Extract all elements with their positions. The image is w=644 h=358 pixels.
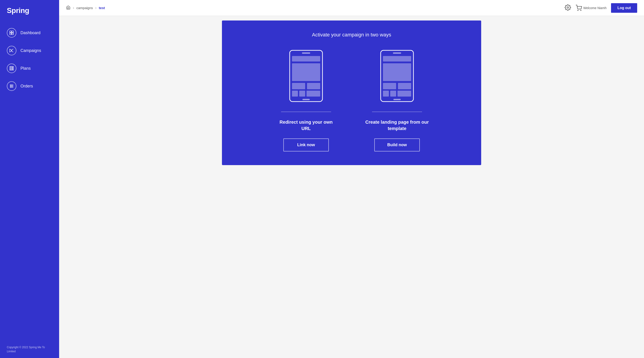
orders-icon: [9, 84, 14, 89]
link-phone-mockup: [286, 49, 326, 104]
svg-rect-25: [292, 56, 320, 62]
campaigns-icon-circle: [7, 46, 16, 55]
svg-rect-3: [12, 33, 14, 35]
main-area: › campaigns › test Welcome Niamh Log ou: [59, 0, 644, 358]
header-right: Welcome Niamh Log out: [565, 3, 637, 13]
sidebar-item-orders[interactable]: Orders: [0, 77, 59, 95]
svg-rect-26: [292, 63, 320, 81]
sidebar-dashboard-label: Dashboard: [20, 31, 40, 35]
svg-rect-8: [10, 67, 11, 70]
sidebar-nav: Dashboard Campaigns Plans: [0, 22, 59, 341]
build-option: Create landing page from our template Bu…: [365, 49, 429, 151]
build-divider: [372, 112, 422, 112]
breadcrumb: › campaigns › test: [66, 5, 105, 11]
svg-rect-37: [383, 83, 396, 89]
cart-button[interactable]: Welcome Niamh: [576, 5, 606, 11]
header: › campaigns › test Welcome Niamh Log ou: [59, 0, 644, 16]
build-now-button[interactable]: Build now: [374, 138, 420, 151]
breadcrumb-sep-2: ›: [95, 6, 97, 10]
svg-rect-1: [12, 31, 14, 33]
breadcrumb-current: test: [99, 6, 105, 10]
build-phone-mockup: [376, 49, 418, 104]
svg-rect-35: [383, 56, 411, 62]
activation-card: Activate your campaign in two ways: [222, 21, 481, 165]
svg-marker-4: [10, 49, 11, 52]
content-area: Activate your campaign in two ways: [59, 16, 644, 358]
svg-rect-9: [11, 67, 12, 70]
svg-rect-36: [383, 63, 411, 81]
settings-button[interactable]: [565, 4, 571, 12]
svg-point-15: [10, 84, 11, 85]
build-option-label: Create landing page from our template: [365, 119, 429, 132]
build-phone-svg: [376, 49, 418, 104]
cart-icon: [576, 5, 582, 11]
svg-rect-28: [307, 83, 320, 89]
sidebar-item-dashboard[interactable]: Dashboard: [0, 24, 59, 42]
svg-point-18: [10, 87, 11, 88]
svg-rect-40: [390, 91, 396, 97]
svg-rect-27: [292, 83, 305, 89]
svg-rect-41: [398, 91, 411, 97]
breadcrumb-sep-1: ›: [73, 6, 74, 10]
svg-rect-39: [383, 91, 389, 97]
sidebar-item-plans[interactable]: Plans: [0, 59, 59, 77]
plans-icon: [9, 66, 14, 71]
svg-point-20: [578, 10, 578, 11]
campaigns-icon: [9, 48, 14, 53]
copyright-text: Copyright © 2022 Spring Me To Limited: [0, 341, 59, 358]
svg-point-16: [10, 85, 11, 86]
home-breadcrumb[interactable]: [66, 5, 70, 11]
dashboard-icon: [9, 30, 14, 35]
plans-icon-circle: [7, 64, 16, 73]
svg-rect-38: [398, 83, 411, 89]
svg-rect-30: [299, 91, 305, 97]
svg-rect-31: [306, 91, 320, 97]
link-divider: [281, 112, 331, 112]
gear-icon: [565, 4, 571, 11]
svg-rect-24: [302, 99, 310, 100]
app-logo: Spring: [0, 0, 59, 22]
link-option-label: Redirect using your own URL: [274, 119, 338, 132]
svg-rect-29: [292, 91, 298, 97]
orders-icon-circle: [7, 81, 16, 91]
svg-rect-2: [10, 33, 11, 35]
svg-rect-0: [10, 31, 11, 33]
dashboard-icon-circle: [7, 28, 16, 38]
svg-rect-23: [302, 52, 310, 54]
breadcrumb-campaigns[interactable]: campaigns: [76, 6, 93, 10]
home-icon: [66, 5, 70, 10]
svg-point-21: [580, 10, 581, 11]
sidebar-campaigns-label: Campaigns: [20, 48, 41, 53]
svg-point-17: [10, 86, 11, 87]
sidebar-plans-label: Plans: [20, 66, 31, 71]
link-now-button[interactable]: Link now: [283, 138, 329, 151]
link-option: Redirect using your own URL Link now: [274, 49, 338, 151]
svg-rect-34: [394, 99, 401, 100]
svg-rect-33: [393, 52, 401, 54]
link-phone-svg: [286, 49, 326, 104]
svg-point-19: [567, 7, 568, 8]
svg-rect-10: [13, 67, 14, 70]
sidebar: Spring Dashboard: [0, 0, 59, 358]
welcome-text: Welcome Niamh: [583, 6, 606, 10]
sidebar-orders-label: Orders: [20, 84, 33, 89]
activation-options: Redirect using your own URL Link now: [236, 49, 468, 151]
svg-line-6: [12, 52, 13, 52]
logout-button[interactable]: Log out: [611, 3, 637, 13]
sidebar-item-campaigns[interactable]: Campaigns: [0, 42, 59, 59]
activation-title: Activate your campaign in two ways: [312, 32, 391, 38]
svg-line-5: [12, 49, 13, 50]
